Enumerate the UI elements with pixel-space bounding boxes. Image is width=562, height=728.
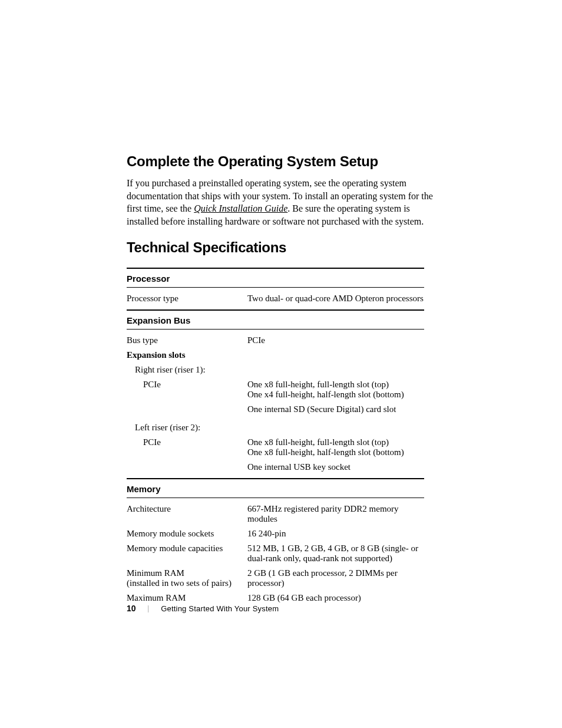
spec-row: PCIe One x8 full-height, full-length slo… (127, 377, 424, 402)
spec-table: Processor Processor type Two dual- or qu… (127, 268, 424, 605)
spec-label (127, 462, 247, 472)
spec-label: Maximum RAM (127, 593, 247, 603)
spec-value: 16 240-pin (247, 529, 424, 539)
spec-value: Two dual- or quad-core AMD Opteron proce… (247, 294, 424, 304)
footer-section: Getting Started With Your System (161, 604, 279, 613)
spec-value (247, 365, 424, 375)
spec-label: Minimum RAM (installed in two sets of pa… (127, 568, 247, 588)
spec-value (247, 423, 424, 433)
spec-label (127, 404, 247, 414)
spec-label: Memory module sockets (127, 529, 247, 539)
section-expansion: Expansion Bus (127, 313, 424, 327)
spec-row: Right riser (riser 1): (127, 363, 424, 377)
spec-row: Bus type PCIe (127, 333, 424, 348)
section-memory: Memory (127, 482, 424, 495)
rule (127, 498, 424, 498)
rule (127, 287, 424, 288)
spec-label: Processor type (127, 294, 247, 304)
spec-label: Architecture (127, 504, 247, 524)
spec-value: 2 GB (1 GB each processor, 2 DIMMs per p… (247, 568, 424, 588)
page-footer: 10 | Getting Started With Your System (127, 604, 279, 613)
spec-row: Left riser (riser 2): (127, 420, 424, 435)
spec-row: One internal SD (Secure Digital) card sl… (127, 402, 424, 417)
spec-label: Right riser (riser 1): (127, 365, 247, 375)
spec-row: Architecture 667-MHz registered parity D… (127, 502, 424, 526)
spec-row: Processor type Two dual- or quad-core AM… (127, 291, 424, 306)
heading-setup: Complete the Operating System Setup (127, 153, 435, 170)
spec-value: 512 MB, 1 GB, 2 GB, 4 GB, or 8 GB (singl… (247, 543, 424, 564)
spec-label: Memory module capacities (127, 543, 247, 564)
spec-value: PCIe (247, 335, 424, 345)
spec-row: One internal USB key socket (127, 460, 424, 475)
rule (127, 329, 424, 330)
spec-value: One internal USB key socket (247, 462, 424, 472)
rule (127, 309, 424, 311)
spec-row: Minimum RAM (installed in two sets of pa… (127, 566, 424, 591)
setup-paragraph: If you purchased a preinstalled operatin… (127, 177, 435, 228)
spec-label: Left riser (riser 2): (127, 423, 247, 433)
footer-divider: | (148, 604, 150, 613)
page-body: Complete the Operating System Setup If y… (0, 0, 562, 605)
para-link: Quick Installation Guide (194, 203, 287, 213)
spec-value (247, 350, 424, 360)
spec-value: One internal SD (Secure Digital) card sl… (247, 404, 424, 414)
section-processor: Processor (127, 271, 424, 285)
spec-row: Expansion slots (127, 348, 424, 363)
spec-label: Bus type (127, 335, 247, 345)
spec-value: 128 GB (64 GB each processor) (247, 593, 424, 603)
page-number: 10 (127, 604, 136, 613)
heading-tech-specs: Technical Specifications (127, 239, 435, 256)
spec-label: PCIe (127, 380, 247, 400)
spec-value: 667-MHz registered parity DDR2 memory mo… (247, 504, 424, 524)
spec-value: One x8 full-height, full-length slot (to… (247, 437, 424, 457)
spec-label: Expansion slots (127, 350, 247, 360)
spec-row: Memory module sockets 16 240-pin (127, 526, 424, 541)
spec-value: One x8 full-height, full-length slot (to… (247, 380, 424, 400)
spec-row: PCIe One x8 full-height, full-length slo… (127, 435, 424, 460)
spec-row: Memory module capacities 512 MB, 1 GB, 2… (127, 541, 424, 566)
rule (127, 478, 424, 479)
rule (127, 268, 424, 269)
spec-label: PCIe (127, 437, 247, 457)
